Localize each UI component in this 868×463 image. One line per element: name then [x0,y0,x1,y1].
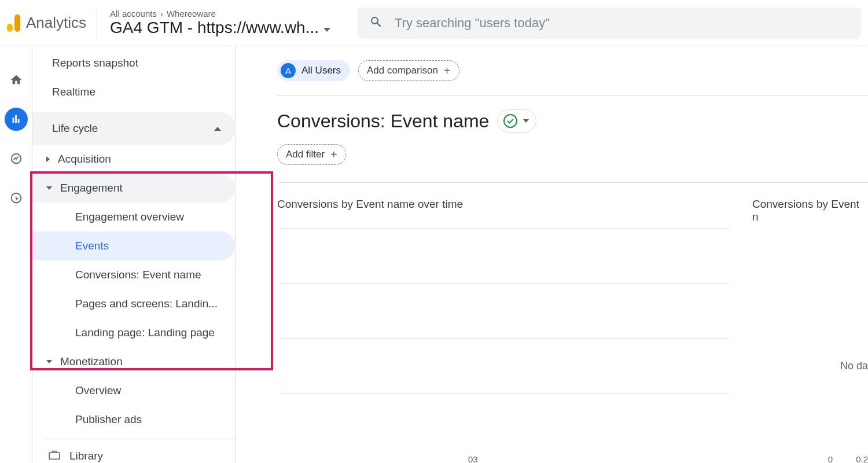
nav-section-lifecycle[interactable]: Life cycle [32,112,235,145]
search-placeholder: Try searching "users today" [395,16,550,31]
triangle-down-icon [46,186,52,190]
divider [277,95,868,95]
nav-group-engagement[interactable]: Engagement [32,174,235,203]
search-icon [369,15,383,31]
segment-chip-all-users[interactable]: A All Users [277,60,350,81]
nav-landing-page[interactable]: Landing page: Landing page [32,318,235,347]
triangle-right-icon [46,156,50,162]
rail-reports-button[interactable] [5,108,28,131]
trend-circle-icon [10,152,23,165]
chart-left-title: Conversions by Event name over time [277,198,729,211]
rail-advertising-button[interactable] [5,186,28,210]
rail-home-button[interactable] [5,68,28,91]
report-nav: Reports snapshot Realtime Life cycle Acq… [32,46,235,463]
y-axis-tick: 0.2 [856,454,868,463]
triangle-down-icon [46,360,52,363]
library-icon [49,450,60,462]
nav-divider [44,439,235,439]
left-rail [0,46,32,463]
chart-right: Conversions by Event n No da 0 0.2 [752,198,868,453]
chart-area: Conversions by Event name over time 03 C… [277,182,868,453]
check-circle-icon [503,114,517,128]
chevron-down-icon [523,119,529,123]
chart-right-title: Conversions by Event n [752,198,868,223]
account-selector[interactable]: All accounts › Whereoware GA4 GTM - http… [97,9,340,37]
nav-monetization-overview[interactable]: Overview [32,376,235,405]
status-dropdown[interactable] [497,109,536,133]
add-comparison-button[interactable]: Add comparison + [358,60,459,81]
bar-chart-icon [10,113,23,126]
nav-group-monetization[interactable]: Monetization [32,347,235,376]
nav-conversions[interactable]: Conversions: Event name [32,260,235,289]
chart-left: Conversions by Event name over time 03 [277,198,729,453]
nav-reports-snapshot[interactable]: Reports snapshot [32,49,235,78]
chevron-up-icon [214,127,221,131]
breadcrumb: All accounts › Whereoware [110,9,340,19]
chevron-right-icon: › [160,9,163,19]
segment-label: All Users [301,65,341,76]
x-axis-tick: 03 [468,454,478,463]
nav-pages-screens[interactable]: Pages and screens: Landin... [32,289,235,318]
no-data-label: No da [840,360,868,372]
home-icon [10,74,23,86]
logo-block: Analytics [7,7,97,39]
property-name: GA4 GTM - https://www.wh... [110,19,319,37]
product-name: Analytics [26,14,86,32]
nav-library[interactable]: Library [32,442,235,463]
svg-rect-2 [49,453,60,459]
plus-icon: + [444,65,451,76]
nav-section-label: Life cycle [52,122,98,135]
main-content: A All Users Add comparison + Conversions… [235,46,868,463]
breadcrumb-all: All accounts [110,9,157,19]
plus-icon: + [330,149,337,160]
report-title: Conversions: Event name [277,111,489,132]
nav-events[interactable]: Events [32,232,235,260]
cursor-click-icon [10,192,23,204]
add-filter-button[interactable]: Add filter + [277,144,346,165]
y-axis-tick: 0 [828,454,833,463]
segment-badge: A [281,63,296,78]
search-input[interactable]: Try searching "users today" [358,8,861,39]
analytics-logo-icon [7,14,20,32]
app-header: Analytics All accounts › Whereoware GA4 … [0,0,868,46]
nav-publisher-ads[interactable]: Publisher ads [32,405,235,434]
chevron-down-icon [323,28,330,32]
nav-realtime[interactable]: Realtime [32,78,235,106]
nav-group-acquisition[interactable]: Acquisition [32,145,235,174]
nav-engagement-overview[interactable]: Engagement overview [32,203,235,232]
breadcrumb-account: Whereoware [167,9,216,19]
rail-explore-button[interactable] [5,147,28,170]
